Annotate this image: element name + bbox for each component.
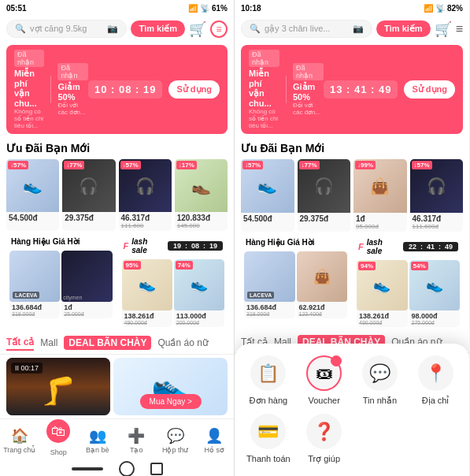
- flash-badge-1: 95%: [124, 261, 141, 270]
- coupon-value-left: Miễn phí vận chu...: [14, 69, 44, 108]
- coupon-value-mid-r: Giảm 50%: [293, 82, 324, 102]
- flash-sale-left: F lash sale 19 : 08 : 19 👟 95% 138.261đ …: [119, 234, 228, 329]
- wifi-icon: 📡: [200, 4, 209, 13]
- r-brand-price-2: 62.921đ: [297, 302, 348, 311]
- signal-icon-r: 📶: [424, 4, 433, 13]
- wifi-icon-r: 📡: [435, 4, 445, 13]
- coupon-label-mid: Đã nhận: [57, 63, 87, 80]
- r-brand-1[interactable]: LACEVA 136.684đ 318.000đ: [244, 251, 295, 319]
- brand-title-right: Hàng Hiệu Giá Hời: [246, 238, 315, 247]
- menu-icon-left[interactable]: ≡: [210, 20, 228, 38]
- popup-payment[interactable]: 💳 Thanh toán: [246, 414, 291, 464]
- laceva-label: LACEVA: [13, 292, 39, 299]
- flash-orig-2: 200.000đ: [174, 320, 224, 327]
- price-4: 120.833đ: [175, 212, 228, 222]
- brand-deals-left: Hàng Hiệu Giá Hời LACEVA 136.684đ 318.00…: [6, 234, 116, 329]
- battery-right: 82%: [447, 4, 463, 13]
- product-item-1[interactable]: 👟 ↓57% 54.500đ: [6, 159, 59, 231]
- nav-create-label-left: Tạo: [130, 446, 143, 454]
- product-item-4[interactable]: 👞 ↓17% 120.833đ 145.000: [175, 159, 228, 231]
- status-bar-left: 05:51 📶 📡 61%: [0, 0, 234, 16]
- r-flash-1[interactable]: 👟 94% 138.261đ 490.000đ: [357, 260, 408, 328]
- search-button-left[interactable]: Tìm kiếm: [131, 20, 185, 37]
- tab-mall-left[interactable]: Mall: [40, 336, 57, 350]
- r-product-2[interactable]: 🎧 ↓77% 29.375đ: [298, 159, 351, 232]
- flash-orig-1: 490.000đ: [122, 320, 172, 327]
- r-flash-2[interactable]: 👟 54% 98.000đ 275.000đ: [409, 260, 461, 328]
- nav-friends-left[interactable]: 👥 Bạn bè: [78, 427, 117, 454]
- popup-help[interactable]: ❓ Trợ giúp: [302, 414, 346, 464]
- live-content-left: II 00:17 🦵 👟 Mua Ngay >: [0, 355, 234, 419]
- voucher-highlight-ring: [331, 355, 342, 366]
- popup-voucher[interactable]: 🎟 Voucher: [302, 355, 346, 406]
- nav-inbox-left[interactable]: 💬 Hộp thư: [156, 427, 195, 454]
- popup-orders[interactable]: 📋 Đơn hàng: [246, 355, 291, 406]
- messages-label: Tin nhắn: [363, 396, 397, 406]
- r-brand-price-1: 136.684đ: [244, 302, 295, 311]
- brand-product-2[interactable]: citymen 1đ 25.000đ: [61, 251, 112, 318]
- cart-icon-right[interactable]: 🛒: [435, 21, 452, 37]
- menu-icon-right[interactable]: ≡: [456, 22, 463, 36]
- popup-overlay-right: 📋 Đơn hàng 🎟 Voucher 💬 Tin nhắn 📍 Địa ch…: [235, 344, 469, 476]
- original-4: 145.000: [175, 222, 228, 231]
- flash-product-2[interactable]: 👟 74% 113.000đ 200.000đ: [174, 259, 224, 326]
- tab-deal-left[interactable]: DEAL BÃN CHÀY: [64, 336, 151, 350]
- product-item-2[interactable]: 🎧 ↓77% 29.375đ: [62, 159, 115, 231]
- badge-1: ↓57%: [8, 161, 28, 169]
- nav-friends-label-left: Bạn bè: [86, 446, 109, 454]
- help-label: Trợ giúp: [308, 454, 340, 464]
- brand-orig-2: 25.000đ: [61, 311, 112, 318]
- product-item-3[interactable]: 🎧 ↓57% 46.317đ 111.600: [119, 159, 172, 231]
- nav-shop-left[interactable]: 🛍 Shop: [39, 425, 79, 456]
- r-product-4[interactable]: 🎧 ↓57% 46.317đ 111.600đ: [410, 159, 464, 232]
- nav-profile-left[interactable]: 👤 Hồ sơ: [195, 427, 235, 454]
- live-video-left[interactable]: II 00:17 🦵: [6, 358, 110, 416]
- nav-inbox-label-left: Hộp thư: [162, 446, 189, 454]
- tab-clothes-left[interactable]: Quần áo nữ: [157, 336, 208, 350]
- r-product-1[interactable]: 👟 ↓57% 54.500đ: [241, 159, 294, 232]
- search-text-right: gậy 3 chân live...: [265, 24, 330, 34]
- r-flash-price-1: 138.261đ: [357, 311, 408, 320]
- r-product-3[interactable]: 👜 ↓99% 1đ 95.000đ: [353, 159, 407, 232]
- r-img-2: 🎧 ↓77%: [298, 159, 351, 213]
- search-input-left[interactable]: 🔍 vợt căng 9.5kg 📷: [6, 20, 127, 38]
- live-legs-icon: 🦵: [41, 375, 76, 407]
- nav-shop-label-left: Shop: [50, 448, 67, 456]
- coupon-sub-left-r: Không có số tiền chi tiêu tối...: [249, 108, 279, 129]
- product-img-4: 👞 ↓17%: [175, 159, 228, 212]
- buy-now-button[interactable]: Mua Ngay >: [140, 394, 202, 409]
- brand-product-1[interactable]: LACEVA 136.684đ 318.000đ: [9, 251, 60, 318]
- popup-grid-row2: 💳 Thanh toán ❓ Trợ giúp: [246, 414, 457, 464]
- nav-create-left[interactable]: ➕ Tạo: [117, 427, 157, 454]
- r-flash-badge-2: 54%: [411, 262, 428, 270]
- brand-price-2: 1đ: [61, 302, 112, 311]
- use-button-left[interactable]: Sử dụng: [168, 80, 220, 99]
- search-input-right[interactable]: 🔍 gậy 3 chân live... 📷: [241, 20, 372, 38]
- payment-label: Thanh toán: [246, 454, 291, 463]
- brand-products-left: LACEVA 136.684đ 318.000đ citymen 1đ 25.0…: [6, 249, 116, 321]
- tab-all-left[interactable]: Tất cả: [6, 335, 34, 351]
- r-orig-3: 95.000đ: [353, 223, 407, 232]
- flash-badge-2: 74%: [176, 261, 193, 270]
- coupon-divider: [50, 76, 51, 103]
- coupon-label-left: Đã nhận: [14, 50, 44, 67]
- flash-img-2: 👟 74%: [174, 259, 224, 310]
- signal-icon: 📶: [188, 4, 198, 13]
- use-button-right[interactable]: Sử dụng: [404, 80, 455, 99]
- flash-product-1[interactable]: 👟 95% 138.261đ 490.000đ: [122, 259, 172, 326]
- r-flash-badge-1: 94%: [358, 262, 376, 270]
- flash-header-right: F lash sale 22 : 41 : 49: [353, 235, 463, 258]
- search-button-right[interactable]: Tìm kiếm: [376, 20, 431, 37]
- r-price-3: 1đ: [353, 213, 407, 223]
- price-2: 29.375đ: [62, 212, 115, 222]
- coupon-sub-mid: Đối với các đơn...: [57, 102, 87, 116]
- help-icon: ❓: [306, 414, 342, 449]
- popup-messages[interactable]: 💬 Tin nhắn: [358, 355, 402, 406]
- flash-sale-right: F lash sale 22 : 41 : 49 👟 94% 138.261đ …: [353, 235, 463, 331]
- cart-icon-left[interactable]: 🛒: [189, 21, 206, 37]
- r-brand-2[interactable]: 👜 62.921đ 123.400đ: [297, 251, 348, 319]
- r-badge-1: ↓57%: [242, 161, 263, 169]
- nav-home-left[interactable]: 🏠 Trang chủ: [0, 427, 39, 454]
- popup-address[interactable]: 📍 Địa chỉ: [413, 355, 457, 406]
- r-img-1: 👟 ↓57%: [241, 159, 294, 213]
